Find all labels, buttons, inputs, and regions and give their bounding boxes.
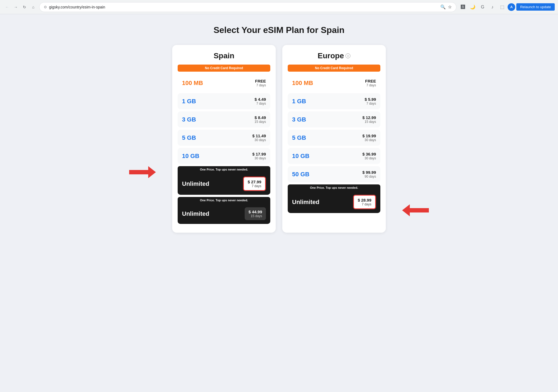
europe-plan-free-data: 100 MB — [292, 80, 313, 87]
europe-info-icon[interactable]: i — [345, 53, 350, 58]
europe-unlimited-7day-label: Unlimited — [292, 199, 319, 206]
europe-plan-50gb-price: $ 99.99 — [362, 170, 376, 175]
spain-plan-1gb-days: 7 days — [254, 102, 266, 105]
europe-unlimited-7day-group: One Price. Top ups never needed. Unlimit… — [288, 184, 380, 213]
europe-unlimited-7day-banner: One Price. Top ups never needed. — [288, 184, 380, 191]
europe-plan-10gb-price: $ 36.99 — [362, 152, 376, 156]
spain-plan-1gb[interactable]: 1 GB $ 4.49 7 days — [178, 93, 270, 109]
reload-button[interactable]: ↻ — [21, 3, 28, 11]
europe-plan-10gb-price-block: $ 36.99 30 days — [362, 152, 376, 160]
spain-plan-1gb-price-block: $ 4.49 7 days — [254, 97, 266, 105]
spain-unlimited-7day-group: One Price. Top ups never needed. Unlimit… — [178, 166, 270, 195]
europe-plan-free-price: FREE — [365, 79, 376, 83]
europe-plan-5gb-price-block: $ 19.99 30 days — [362, 133, 376, 142]
spain-plan-10gb-days: 30 days — [252, 156, 266, 160]
spain-plan-10gb[interactable]: 10 GB $ 17.99 30 days — [178, 148, 270, 164]
spain-unlimited-15day-days: 15 days — [248, 214, 262, 218]
spain-plan-3gb-data: 3 GB — [182, 116, 196, 123]
spain-plan-free-price-block: FREE 7 days — [255, 79, 266, 87]
europe-plan-50gb[interactable]: 50 GB $ 99.99 90 days — [288, 166, 380, 182]
europe-plan-free[interactable]: 100 MB FREE 7 days — [288, 75, 380, 91]
spain-unlimited-7day-price: $ 27.99 — [248, 180, 261, 184]
arrow-head-right — [402, 204, 410, 216]
europe-plan-3gb[interactable]: 3 GB $ 12.99 15 days — [288, 111, 380, 127]
browser-chrome: ← → ↻ ⌂ ⊙ gigsky.com/country/esim-in-spa… — [0, 0, 558, 14]
translate-icon[interactable]: G — [478, 3, 487, 11]
security-icon: ⊙ — [44, 5, 47, 9]
spain-unlimited-7day-label: Unlimited — [182, 180, 209, 187]
spain-plan-10gb-price: $ 17.99 — [252, 152, 266, 156]
europe-card-title: Europe i — [288, 51, 380, 60]
europe-plan-3gb-data: 3 GB — [292, 116, 306, 123]
europe-plan-1gb-days: 7 days — [365, 102, 376, 105]
spain-plan-free-days: 7 days — [255, 83, 266, 87]
puzzle-icon[interactable]: ⬚ — [498, 3, 507, 11]
spain-unlimited-7day-row[interactable]: Unlimited $ 27.99 7 days — [178, 173, 270, 195]
spain-plan-3gb-days: 15 days — [254, 120, 266, 124]
europe-plan-3gb-days: 15 days — [362, 120, 376, 124]
spain-unlimited-15day-price-block: $ 44.99 15 days — [245, 207, 266, 220]
spain-plan-free[interactable]: 100 MB FREE 7 days — [178, 75, 270, 91]
europe-plan-10gb-days: 30 days — [362, 156, 376, 160]
spain-plan-card: Spain No Credit Card Required 100 MB FRE… — [172, 45, 276, 233]
spain-unlimited-15day-label: Unlimited — [182, 210, 209, 217]
address-bar[interactable]: ⊙ gigsky.com/country/esim-in-spain 🔍 ☆ — [39, 2, 456, 12]
europe-plan-50gb-price-block: $ 99.99 90 days — [362, 170, 376, 178]
user-avatar[interactable]: A — [508, 3, 515, 11]
left-arrow-indicator — [129, 166, 156, 178]
toolbar-icons: 🅰 🌙 G ♪ ⬚ A Relaunch to update — [459, 3, 555, 11]
spain-plan-5gb-price: $ 11.49 — [252, 133, 266, 138]
plans-container: Spain No Credit Card Required 100 MB FRE… — [156, 45, 402, 233]
page-title: Select Your eSIM Plan for Spain — [5, 25, 553, 35]
spain-plan-5gb-days: 30 days — [252, 138, 266, 142]
search-icon: 🔍 — [440, 4, 446, 10]
home-button[interactable]: ⌂ — [29, 3, 37, 11]
europe-plan-3gb-price: $ 12.99 — [362, 115, 376, 120]
europe-plan-50gb-data: 50 GB — [292, 171, 310, 178]
spain-plan-5gb[interactable]: 5 GB $ 11.49 30 days — [178, 130, 270, 146]
spain-unlimited-7day-price-block: $ 27.99 7 days — [243, 177, 266, 191]
europe-plan-free-days: 7 days — [365, 83, 376, 87]
relaunch-button[interactable]: Relaunch to update — [516, 3, 555, 11]
arrow-body — [129, 170, 148, 174]
forward-button[interactable]: → — [12, 3, 20, 11]
back-button[interactable]: ← — [3, 3, 11, 11]
europe-plan-5gb-days: 30 days — [362, 138, 376, 142]
spain-unlimited-7day-days: 7 days — [248, 184, 261, 188]
europe-plan-5gb-price: $ 19.99 — [362, 133, 376, 138]
spain-card-title: Spain — [178, 51, 270, 60]
europe-plan-10gb-data: 10 GB — [292, 153, 310, 160]
europe-plan-1gb-data: 1 GB — [292, 98, 306, 105]
profile-icon[interactable]: 🌙 — [468, 3, 477, 11]
spain-unlimited-15day-banner: One Price. Top ups never needed. — [178, 197, 270, 203]
star-icon: ☆ — [448, 4, 452, 10]
europe-plan-1gb-price-block: $ 5.99 7 days — [365, 97, 376, 105]
spain-plan-10gb-price-block: $ 17.99 30 days — [252, 152, 266, 160]
spain-plan-5gb-price-block: $ 11.49 30 days — [252, 133, 266, 142]
europe-unlimited-7day-price-block: $ 28.99 7 days — [353, 195, 376, 209]
spain-plan-1gb-data: 1 GB — [182, 98, 196, 105]
page-content: Select Your eSIM Plan for Spain Spain No… — [0, 14, 558, 392]
spain-unlimited-15day-row[interactable]: Unlimited $ 44.99 15 days — [178, 203, 270, 224]
url-text: gigsky.com/country/esim-in-spain — [49, 5, 438, 9]
spain-plan-3gb-price: $ 8.49 — [254, 115, 266, 120]
spain-plan-3gb[interactable]: 3 GB $ 8.49 15 days — [178, 111, 270, 127]
music-icon[interactable]: ♪ — [488, 3, 497, 11]
europe-unlimited-7day-days: 7 days — [358, 202, 371, 206]
europe-unlimited-7day-row[interactable]: Unlimited $ 28.99 7 days — [288, 191, 380, 213]
spain-plan-3gb-price-block: $ 8.49 15 days — [254, 115, 266, 124]
spain-unlimited-15day-group: One Price. Top ups never needed. Unlimit… — [178, 197, 270, 224]
arrow-body-right — [410, 208, 429, 212]
europe-plan-10gb[interactable]: 10 GB $ 36.99 30 days — [288, 148, 380, 164]
spain-plan-5gb-data: 5 GB — [182, 134, 196, 141]
spain-plan-1gb-price: $ 4.49 — [254, 97, 266, 102]
extensions-icon-a[interactable]: 🅰 — [459, 3, 467, 11]
spain-unlimited-15day-price: $ 44.99 — [248, 209, 262, 214]
europe-plan-1gb[interactable]: 1 GB $ 5.99 7 days — [288, 93, 380, 109]
europe-plan-1gb-price: $ 5.99 — [365, 97, 376, 102]
europe-plan-5gb[interactable]: 5 GB $ 19.99 30 days — [288, 130, 380, 146]
europe-no-cc-banner: No Credit Card Required — [288, 65, 380, 72]
spain-plan-free-price: FREE — [255, 79, 266, 83]
europe-unlimited-7day-price: $ 28.99 — [358, 198, 371, 202]
arrow-left-shape — [402, 204, 429, 216]
